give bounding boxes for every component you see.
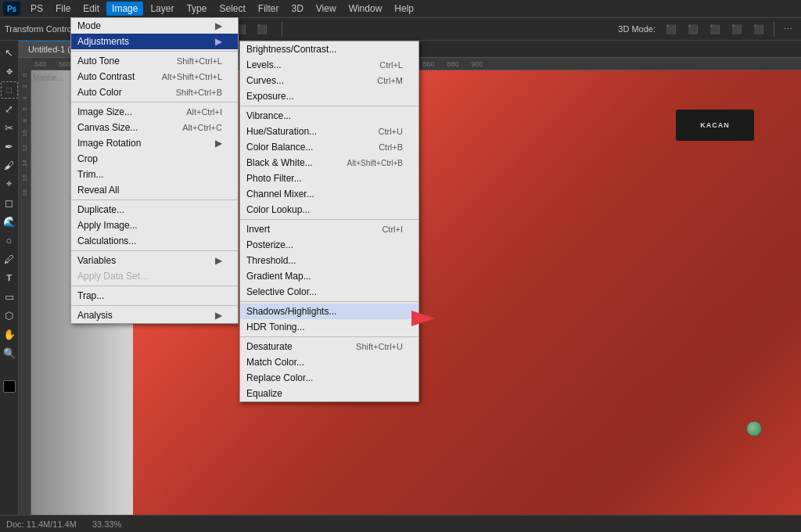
menu-image[interactable]: Image bbox=[106, 2, 143, 16]
adj-sep2 bbox=[240, 219, 418, 220]
tool-text[interactable]: T bbox=[1, 269, 18, 286]
tool-dodge[interactable]: ○ bbox=[1, 232, 18, 249]
dist-v-btn[interactable]: ⬛ bbox=[253, 22, 271, 37]
adjustments-submenu: Brightness/Contrast... Levels... Ctrl+L … bbox=[239, 41, 419, 402]
clothing-accessory bbox=[746, 421, 762, 437]
ruler-v-tick: 6 bbox=[21, 107, 28, 110]
menu-reveal-all-item[interactable]: Reveal All bbox=[71, 182, 238, 198]
toolbar-sep3 bbox=[774, 21, 774, 37]
adj-invert[interactable]: Invert Ctrl+I bbox=[240, 221, 418, 237]
menu-file[interactable]: File bbox=[50, 2, 76, 16]
menu-window[interactable]: Window bbox=[343, 2, 388, 16]
tool-gradient[interactable]: 🌊 bbox=[1, 213, 18, 230]
document-info: Doc: 11.4M/11.4M bbox=[6, 519, 77, 529]
menu-auto-tone-item[interactable]: Auto Tone Shift+Ctrl+L bbox=[71, 53, 238, 69]
adj-exposure[interactable]: Exposure... bbox=[240, 88, 418, 104]
tool-zoom[interactable]: 🔍 bbox=[1, 344, 18, 361]
adj-brightness-contrast[interactable]: Brightness/Contrast... bbox=[240, 41, 418, 57]
menu-apply-data-set-item[interactable]: Apply Data Set... bbox=[71, 268, 238, 284]
menu-separator bbox=[71, 51, 238, 52]
adj-levels[interactable]: Levels... Ctrl+L bbox=[240, 57, 418, 73]
menu-canvas-size-item[interactable]: Canvas Size... Alt+Ctrl+C bbox=[71, 120, 238, 135]
menu-adjustments-item[interactable]: Adjustments ▶ bbox=[71, 34, 238, 49]
tool-lasso[interactable]: ⤢ bbox=[1, 100, 18, 117]
menu-ps[interactable]: PS bbox=[25, 2, 48, 16]
ruler-tick: 880 bbox=[447, 60, 459, 68]
menu-image-rotation-item[interactable]: Image Rotation ▶ bbox=[71, 135, 238, 151]
tool-move[interactable]: ↖ bbox=[1, 44, 18, 61]
adj-posterize[interactable]: Posterize... bbox=[240, 237, 418, 253]
adj-channel-mixer[interactable]: Channel Mixer... bbox=[240, 186, 418, 202]
adj-photo-filter[interactable]: Photo Filter... bbox=[240, 171, 418, 186]
3d-btn5[interactable]: ⬛ bbox=[749, 22, 768, 37]
mannequin-label: Manne... bbox=[33, 74, 63, 82]
3d-btn2[interactable]: ⬛ bbox=[684, 22, 702, 37]
tool-eyedropper[interactable]: ✒ bbox=[1, 138, 18, 155]
adj-hue-saturation[interactable]: Hue/Saturation... Ctrl+U bbox=[240, 124, 418, 139]
3d-btn1[interactable]: ⬛ bbox=[662, 22, 681, 37]
menu-3d[interactable]: 3D bbox=[286, 2, 308, 16]
adj-sep1 bbox=[240, 106, 418, 106]
adj-color-balance[interactable]: Color Balance... Ctrl+B bbox=[240, 139, 418, 155]
menu-mode-item[interactable]: Mode ▶ bbox=[71, 18, 238, 34]
menu-trap-item[interactable]: Trap... bbox=[71, 288, 238, 304]
menu-layer[interactable]: Layer bbox=[145, 2, 179, 16]
3d-btn3[interactable]: ⬛ bbox=[706, 22, 724, 37]
tool-eraser[interactable]: ◻ bbox=[1, 194, 18, 211]
adj-hdr-toning[interactable]: HDR Toning... bbox=[240, 319, 418, 335]
ruler-v-tick: 12 bbox=[21, 145, 28, 152]
menu-auto-contrast-item[interactable]: Auto Contrast Alt+Shift+Ctrl+L bbox=[71, 69, 238, 84]
adj-threshold[interactable]: Threshold... bbox=[240, 253, 418, 268]
menu-analysis-item[interactable]: Analysis ▶ bbox=[71, 307, 238, 323]
adj-equalize[interactable]: Equalize bbox=[240, 386, 418, 401]
ruler-v-tick: 2 bbox=[21, 84, 28, 88]
menu-type[interactable]: Type bbox=[181, 2, 212, 16]
adj-replace-color[interactable]: Replace Color... bbox=[240, 370, 418, 386]
tool-crop[interactable]: ✂ bbox=[1, 119, 18, 136]
menu-separator6 bbox=[71, 305, 238, 306]
menu-view[interactable]: View bbox=[311, 2, 342, 16]
tool-marquee[interactable]: ⬚ bbox=[1, 81, 18, 99]
menu-select[interactable]: Select bbox=[214, 2, 250, 16]
menu-auto-color-item[interactable]: Auto Color Shift+Ctrl+B bbox=[71, 84, 238, 100]
menu-filter[interactable]: Filter bbox=[253, 2, 285, 16]
adj-sep4 bbox=[240, 336, 418, 337]
adj-desaturate[interactable]: Desaturate Shift+Ctrl+U bbox=[240, 339, 418, 354]
tool-artboard[interactable]: ✥ bbox=[1, 63, 18, 80]
tool-brush[interactable]: 🖌 bbox=[1, 156, 18, 174]
tool-stamp[interactable]: ⌖ bbox=[1, 175, 18, 192]
foreground-color[interactable] bbox=[3, 380, 16, 393]
adj-match-color[interactable]: Match Color... bbox=[240, 354, 418, 370]
more-options-btn[interactable]: ⋯ bbox=[780, 22, 796, 37]
status-bar: Doc: 11.4M/11.4M 33.33% bbox=[0, 515, 801, 532]
menu-edit[interactable]: Edit bbox=[77, 2, 105, 16]
menu-help[interactable]: Help bbox=[389, 2, 419, 16]
3d-btn4[interactable]: ⬛ bbox=[727, 22, 746, 37]
menu-duplicate-item[interactable]: Duplicate... bbox=[71, 202, 238, 217]
3d-mode-label: 3D Mode: bbox=[618, 24, 656, 34]
adj-gradient-map[interactable]: Gradient Map... bbox=[240, 268, 418, 284]
adj-curves[interactable]: Curves... Ctrl+M bbox=[240, 73, 418, 88]
adj-vibrance[interactable]: Vibrance... bbox=[240, 108, 418, 124]
ruler-tick: 900 bbox=[472, 60, 483, 68]
menu-image-size-item[interactable]: Image Size... Alt+Ctrl+I bbox=[71, 104, 238, 120]
tool-path[interactable]: ▭ bbox=[1, 288, 18, 305]
tool-shape[interactable]: ⬡ bbox=[1, 307, 18, 324]
ruler-tick: 860 bbox=[423, 60, 435, 68]
menu-separator5 bbox=[71, 286, 238, 286]
ruler-vertical: 0 2 4 6 8 10 12 14 16 18 bbox=[19, 70, 31, 515]
arrow-indicator bbox=[411, 307, 443, 332]
image-dropdown-menu: Mode ▶ Adjustments ▶ Auto Tone Shift+Ctr… bbox=[70, 17, 239, 324]
menu-crop-item[interactable]: Crop bbox=[71, 151, 238, 167]
menu-apply-image-item[interactable]: Apply Image... bbox=[71, 217, 238, 233]
menu-calculations-item[interactable]: Calculations... bbox=[71, 233, 238, 249]
adj-black-white[interactable]: Black & White... Alt+Shift+Ctrl+B bbox=[240, 155, 418, 171]
adj-color-lookup[interactable]: Color Lookup... bbox=[240, 202, 418, 217]
adj-shadows-highlights[interactable]: Shadows/Highlights... bbox=[240, 304, 418, 319]
menu-variables-item[interactable]: Variables ▶ bbox=[71, 253, 238, 268]
tool-pen[interactable]: 🖊 bbox=[1, 250, 18, 268]
adj-selective-color[interactable]: Selective Color... bbox=[240, 284, 418, 300]
tool-hand[interactable]: ✋ bbox=[1, 325, 18, 343]
menu-bar: Ps PS File Edit Image Layer Type Select … bbox=[0, 0, 801, 17]
menu-trim-item[interactable]: Trim... bbox=[71, 167, 238, 182]
